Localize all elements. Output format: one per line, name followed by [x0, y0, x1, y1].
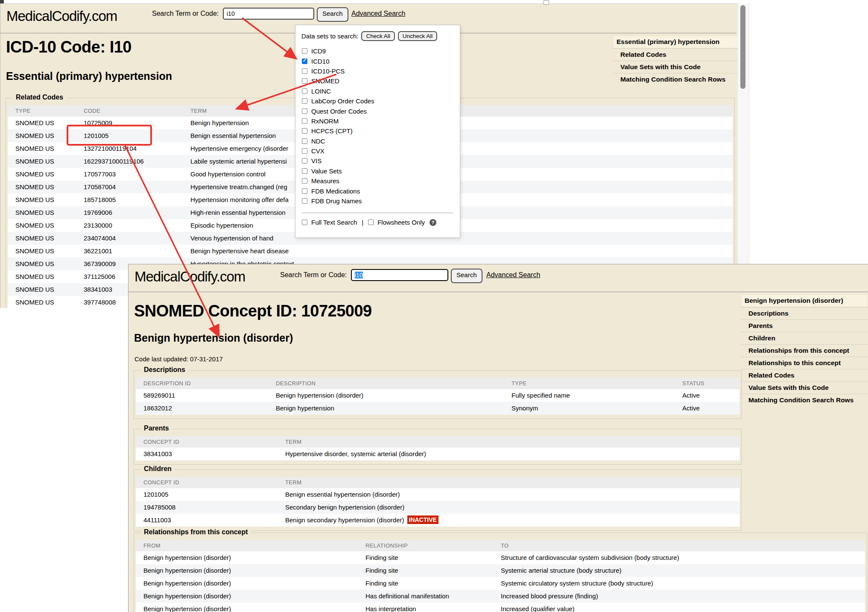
dataset-label: NDC: [311, 138, 325, 145]
checkbox-icon[interactable]: [302, 148, 307, 154]
checkbox-icon[interactable]: [302, 188, 307, 194]
dataset-option[interactable]: ICD9: [302, 46, 460, 56]
checkbox-icon[interactable]: [302, 68, 307, 74]
nav-link[interactable]: Relationships to this concept: [741, 357, 868, 369]
dataset-option[interactable]: FDB Drug Names: [302, 196, 460, 206]
uncheck-all-button[interactable]: Uncheck All: [398, 31, 438, 41]
nav-link[interactable]: Parents: [741, 319, 868, 332]
advanced-search-link[interactable]: Advanced Search: [351, 10, 405, 18]
table-row[interactable]: SNOMED US 36221001 Benign hypertensive h…: [8, 245, 733, 258]
dataset-option[interactable]: NDC: [302, 136, 460, 146]
dataset-label: VIS: [311, 157, 321, 164]
search-input[interactable]: i10: [223, 8, 314, 20]
table-row[interactable]: Benign hypertension (disorder) Finding s…: [136, 577, 865, 590]
dataset-option[interactable]: VIS: [302, 156, 460, 166]
search-button[interactable]: Search: [317, 7, 348, 22]
table-row[interactable]: Benign hypertension (disorder) Finding s…: [136, 564, 865, 577]
nav-link[interactable]: Relationships from this concept: [741, 344, 868, 357]
cell-code[interactable]: 132721000119104: [84, 142, 137, 155]
cell-type: Synonym: [511, 402, 538, 415]
dataset-option[interactable]: RxNORM: [302, 116, 460, 126]
dataset-option[interactable]: Value Sets: [302, 166, 460, 176]
nav-link[interactable]: Related Codes: [613, 48, 738, 61]
cell-code[interactable]: 234074004: [84, 232, 116, 245]
scrollbar[interactable]: [738, 3, 749, 264]
cell-code[interactable]: 371125006: [84, 270, 115, 283]
help-icon[interactable]: ?: [430, 219, 436, 226]
cell-code[interactable]: 10725009: [84, 117, 112, 129]
nav-link[interactable]: Essential (primary) hypertension: [613, 35, 738, 48]
nav-link[interactable]: Matching Condition Search Rows: [613, 73, 738, 85]
cell-code[interactable]: 185718005: [84, 193, 116, 206]
cell-code[interactable]: 38341003: [84, 283, 112, 296]
checkbox-icon[interactable]: [302, 138, 307, 144]
nav-link[interactable]: Descriptions: [741, 307, 868, 319]
dataset-option[interactable]: CVX: [302, 146, 460, 156]
table-row[interactable]: 38341003 Hypertensive disorder, systemic…: [136, 448, 739, 460]
search-input[interactable]: i10: [351, 269, 448, 281]
nav-link[interactable]: Matching Condition Search Rows: [741, 394, 868, 406]
dataset-option[interactable]: ICD10-PCS: [302, 66, 460, 76]
cell-code[interactable]: 1201005: [84, 129, 108, 142]
cell-code[interactable]: 397748008: [84, 296, 116, 308]
table-row[interactable]: 194785008 Secondary benign hypertension …: [136, 501, 739, 514]
dataset-option[interactable]: Measures: [302, 176, 460, 186]
cell-code[interactable]: 23130000: [84, 219, 112, 232]
table-row[interactable]: 44111003 Benign secondary hypertension (…: [136, 514, 739, 527]
cell-concept-id[interactable]: 38341003: [143, 448, 172, 460]
dataset-label: ICD10-PCS: [311, 67, 345, 75]
checkbox-icon[interactable]: [302, 178, 307, 184]
full-text-checkbox-icon[interactable]: [302, 220, 307, 225]
cell-code[interactable]: 19769006: [84, 206, 112, 219]
checkbox-icon[interactable]: [302, 118, 307, 124]
nav-link[interactable]: Value Sets with this Code: [613, 61, 738, 73]
nav-link[interactable]: Related Codes: [741, 369, 868, 381]
window-restore-icon[interactable]: [544, 0, 549, 5]
dataset-option[interactable]: SNOMED: [302, 76, 460, 86]
cell-code[interactable]: 170587004: [84, 181, 116, 193]
dataset-option[interactable]: LOINC: [302, 86, 460, 96]
dataset-option[interactable]: LabCorp Order Codes: [302, 96, 460, 106]
checkbox-icon[interactable]: [302, 108, 307, 114]
table-row[interactable]: 18632012 Benign hypertension Synonym Act…: [136, 402, 739, 415]
checkbox-icon[interactable]: [302, 48, 307, 54]
cell-description-id: 589269011: [143, 389, 175, 402]
table-row[interactable]: Benign hypertension (disorder) Has defin…: [136, 590, 865, 603]
checkbox-icon[interactable]: [302, 198, 307, 204]
checkbox-icon[interactable]: [302, 88, 307, 94]
table-row[interactable]: 589269011 Benign hypertension (disorder)…: [136, 389, 739, 402]
checkbox-icon[interactable]: [302, 78, 307, 84]
nav-link[interactable]: Benign hypertension (disorder): [741, 294, 868, 307]
cell-code[interactable]: 16229371000119106: [84, 155, 144, 168]
nav-link[interactable]: Value Sets with this Code: [741, 381, 868, 394]
check-all-button[interactable]: Check All: [361, 31, 395, 41]
dataset-label: ICD9: [311, 47, 326, 55]
cell-concept-id[interactable]: 1201005: [143, 488, 168, 501]
checkbox-icon[interactable]: [302, 168, 307, 174]
checkbox-icon[interactable]: [302, 128, 307, 134]
checkbox-icon[interactable]: [302, 98, 307, 104]
cell-code[interactable]: 170577003: [84, 168, 116, 181]
table-row[interactable]: Benign hypertension (disorder) Has inter…: [136, 603, 865, 612]
dataset-option[interactable]: Quest Order Codes: [302, 106, 460, 116]
dataset-option[interactable]: HCPCS (CPT): [302, 126, 460, 136]
dataset-option[interactable]: FDB Medications: [302, 186, 460, 196]
checkbox-icon[interactable]: [302, 59, 307, 64]
cell-code[interactable]: 367390009: [84, 258, 116, 270]
checkbox-icon[interactable]: [302, 158, 307, 164]
advanced-search-link[interactable]: Advanced Search: [486, 271, 540, 279]
nav-link[interactable]: Children: [741, 332, 868, 344]
search-button[interactable]: Search: [451, 269, 482, 283]
cell-code[interactable]: 36221001: [84, 245, 112, 258]
col-description: DESCRIPTION: [276, 378, 316, 389]
dataset-option[interactable]: ICD10: [302, 56, 460, 66]
parents-legend: Parents: [141, 425, 172, 432]
flowsheets-checkbox-icon[interactable]: [368, 220, 374, 225]
cell-concept-id[interactable]: 194785008: [143, 501, 175, 514]
cell-term: Benign hypertensive heart disease: [190, 245, 289, 258]
scrollbar-thumb[interactable]: [740, 5, 745, 89]
table-row[interactable]: Benign hypertension (disorder) Finding s…: [136, 551, 865, 564]
table-row[interactable]: 1201005 Benign essential hypertension (d…: [136, 488, 739, 501]
cell-concept-id[interactable]: 44111003: [143, 514, 171, 527]
descriptions-legend: Descriptions: [141, 366, 188, 374]
